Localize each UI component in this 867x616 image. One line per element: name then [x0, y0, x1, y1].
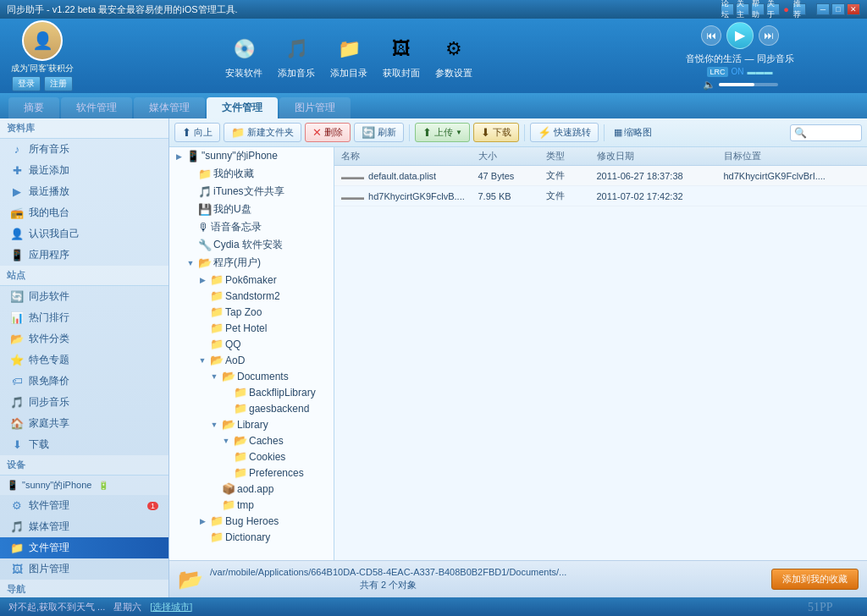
- sidebar-item-hot[interactable]: 📊 热门排行: [0, 307, 168, 328]
- expand-lib-icon: ▼: [208, 421, 220, 429]
- tab-media[interactable]: 媒体管理: [134, 97, 205, 118]
- minimize-btn[interactable]: ─: [816, 3, 830, 15]
- recommend-btn[interactable]: 推荐: [792, 3, 806, 15]
- tree-item-tapzoo[interactable]: 📁 Tap Zoo: [169, 304, 334, 320]
- add-to-favorites-btn[interactable]: 添加到我的收藏: [771, 569, 859, 590]
- file-row-1[interactable]: ▬▬▬ default.data.plist 47 Bytes 文件 2011-…: [334, 166, 867, 186]
- sidebar-item-featured[interactable]: ⭐ 特色专题: [0, 349, 168, 371]
- sidebar-item-recent-play[interactable]: ▶ 最近播放: [0, 181, 168, 202]
- sidebar-item-sync-music[interactable]: 🎵 同步音乐: [0, 392, 168, 413]
- title-bar: 同步助手 - v1.22 beta 最安全最容易使用的iOS管理工具. 论坛 关…: [0, 0, 867, 19]
- tree-item-bugheroes[interactable]: ▶ 📁 Bug Heroes: [169, 513, 334, 529]
- music-player: ⏮ ▶ ⏭ 音悦你的生活 — 同步音乐 LRC ON ▬▬▬ 🔈: [621, 22, 859, 91]
- forum-btn[interactable]: 论坛: [721, 3, 734, 15]
- tree-item-aod-app[interactable]: 📦 aod.app: [169, 481, 334, 497]
- tree-item-tmp[interactable]: 📁 tmp: [169, 497, 334, 513]
- tree-item-cookies[interactable]: 📁 Cookies: [169, 448, 334, 465]
- sidebar-item-discount[interactable]: 🏷 限免降价: [0, 371, 168, 392]
- file-size-1: 47 Bytes: [478, 171, 546, 181]
- file-row-2[interactable]: ▬▬▬ hd7KhycirtGK9FclvB.... 7.95 KB 文件 20…: [334, 186, 867, 206]
- location-link[interactable]: [选择城市]: [150, 601, 192, 613]
- sidebar-item-family[interactable]: 🏠 家庭共享: [0, 413, 168, 434]
- maximize-btn[interactable]: □: [831, 3, 845, 15]
- tree-item-cydia[interactable]: 🔧 Cydia 软件安装: [169, 236, 334, 254]
- tree-item-preferences[interactable]: 📁 Preferences: [169, 465, 334, 481]
- close-main-btn[interactable]: 关主: [736, 3, 749, 15]
- tree-item-library[interactable]: ▼ 📂 Library: [169, 416, 334, 432]
- sidebar-item-apps[interactable]: 📱 应用程序: [0, 245, 168, 266]
- prev-btn[interactable]: ⏮: [701, 25, 721, 46]
- udisk-icon: 💾: [198, 203, 212, 216]
- title-bar-left: 同步助手 - v1.22 beta 最安全最容易使用的iOS管理工具.: [7, 3, 238, 16]
- tree-item-pok6maker[interactable]: ▶ 📁 Pok6maker: [169, 272, 334, 288]
- play-btn[interactable]: ▶: [726, 22, 754, 49]
- separator1: [409, 124, 410, 141]
- sidebar-item-category[interactable]: 📂 软件分类: [0, 328, 168, 349]
- sidebar-item-radio[interactable]: 📻 我的电台: [0, 202, 168, 223]
- sidebar-item-identity[interactable]: 👤 认识我自己: [0, 223, 168, 245]
- register-btn[interactable]: 注册: [44, 76, 73, 91]
- device-name: "sunny"的iPhone: [22, 479, 91, 492]
- guide-title: 导航: [0, 580, 168, 597]
- tree-item-qq[interactable]: 📁 QQ: [169, 336, 334, 352]
- tree-item-iphone[interactable]: ▶ 📱 "sunny"的iPhone: [169, 147, 334, 165]
- library-title: 资料库: [0, 118, 168, 139]
- tree-item-favorites[interactable]: 📁 我的收藏: [169, 165, 334, 183]
- tab-summary[interactable]: 摘要: [8, 97, 59, 118]
- sidebar-item-all-music[interactable]: ♪ 所有音乐: [0, 139, 168, 160]
- toolbar-settings[interactable]: ⚙ 参数设置: [430, 33, 478, 80]
- tree-item-caches[interactable]: ▼ 📂 Caches: [169, 432, 334, 448]
- tree-item-itunes-share[interactable]: 🎵 iTunes文件共享: [169, 183, 334, 201]
- download-btn[interactable]: ⬇ 下载: [473, 123, 519, 142]
- sidebar-item-software-mgmt[interactable]: ⚙ 软件管理 1: [0, 495, 168, 516]
- tree-item-voice-memo[interactable]: 🎙 语音备忘录: [169, 218, 334, 236]
- refresh-btn[interactable]: 🔄 刷新: [354, 123, 404, 142]
- folder-icon: 📁: [210, 322, 224, 334]
- tree-item-udisk[interactable]: 💾 我的U盘: [169, 201, 334, 218]
- delete-btn[interactable]: ✕ 删除: [305, 123, 351, 142]
- sidebar-item-media-mgmt[interactable]: 🎵 媒体管理: [0, 516, 168, 537]
- file-target-1: hd7KhycirtGK9FclvBrI....: [724, 171, 861, 181]
- tree-item-sandstorm2[interactable]: 📁 Sandstorm2: [169, 288, 334, 304]
- tab-software[interactable]: 软件管理: [61, 97, 132, 118]
- tree-item-dictionary[interactable]: 📁 Dictionary: [169, 529, 334, 545]
- toolbar-install[interactable]: 💿 安装软件: [220, 33, 268, 80]
- quick-jump-btn[interactable]: ⚡ 快速跳转: [530, 123, 599, 142]
- thumbnail-btn[interactable]: ▦ 缩略图: [610, 124, 656, 140]
- sidebar-item-recent-add[interactable]: ✚ 最近添加: [0, 160, 168, 181]
- library-icon: 📂: [222, 418, 235, 431]
- up-btn[interactable]: ⬆ 向上: [174, 123, 220, 142]
- about-btn[interactable]: 关于: [766, 3, 780, 15]
- expand-programs-icon: ▼: [185, 259, 196, 267]
- software-badge: 1: [147, 502, 158, 510]
- next-btn[interactable]: ⏭: [759, 25, 779, 46]
- tree-item-gaesback[interactable]: 📁 gaesbackend: [169, 400, 334, 416]
- toolbar-get-cover[interactable]: 🖼 获取封面: [378, 33, 425, 80]
- tree-item-documents[interactable]: ▼ 📂 Documents: [169, 368, 334, 384]
- close-btn[interactable]: ✕: [847, 3, 860, 15]
- search-icon: 🔍: [791, 125, 810, 140]
- sidebar-item-sync-software[interactable]: 🔄 同步软件: [0, 286, 168, 307]
- upload-btn[interactable]: ⬆ 上传 ▼: [415, 123, 470, 142]
- folder-icon: 📁: [210, 338, 224, 350]
- help-btn[interactable]: 帮助: [751, 3, 765, 15]
- toolbar-add-music[interactable]: 🎵 添加音乐: [273, 33, 320, 80]
- sidebar-item-photo-mgmt[interactable]: 🖼 图片管理: [0, 558, 168, 580]
- tree-item-backflip[interactable]: 📁 BackflipLibrary: [169, 384, 334, 400]
- add-music-label: 添加音乐: [278, 67, 315, 80]
- new-folder-icon: 📁: [231, 126, 245, 139]
- new-folder-btn[interactable]: 📁 新建文件夹: [224, 123, 301, 142]
- tab-files[interactable]: 文件管理: [207, 97, 278, 118]
- programs-icon: 📂: [198, 256, 212, 269]
- svg-text:51PP: 51PP: [808, 601, 833, 613]
- search-input[interactable]: [810, 126, 861, 140]
- sidebar-item-file-mgmt[interactable]: 📁 文件管理: [0, 537, 168, 558]
- tree-item-aod[interactable]: ▼ 📂 AoD: [169, 352, 334, 368]
- tree-item-programs[interactable]: ▼ 📂 程序(用户): [169, 254, 334, 272]
- tab-photos[interactable]: 图片管理: [279, 97, 351, 118]
- toolbar-add-dir[interactable]: 📁 添加目录: [325, 33, 373, 80]
- volume-slider[interactable]: [719, 83, 778, 86]
- tree-item-pethotel[interactable]: 📁 Pet Hotel: [169, 320, 334, 336]
- sidebar-item-download[interactable]: ⬇ 下载: [0, 434, 168, 455]
- login-btn[interactable]: 登录: [12, 76, 41, 91]
